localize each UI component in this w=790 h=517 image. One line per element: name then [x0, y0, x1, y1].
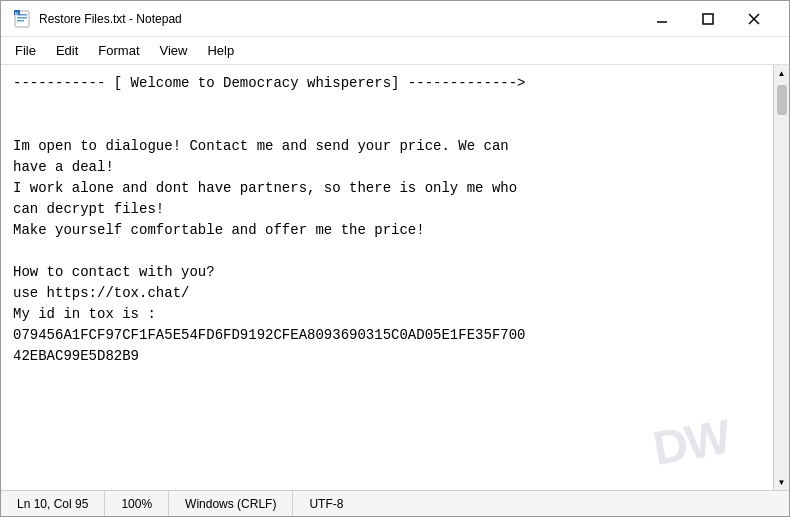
scrollbar-thumb[interactable] [777, 85, 787, 115]
close-button[interactable] [731, 3, 777, 35]
menu-edit[interactable]: Edit [46, 39, 88, 62]
text-editor[interactable]: ----------- [ Welcome to Democracy whisp… [1, 65, 773, 490]
title-bar: N Restore Files.txt - Notepad [1, 1, 789, 37]
menu-view[interactable]: View [150, 39, 198, 62]
menu-file[interactable]: File [5, 39, 46, 62]
window-title: Restore Files.txt - Notepad [39, 12, 639, 26]
app-icon: N [13, 10, 31, 28]
menu-bar: File Edit Format View Help [1, 37, 789, 65]
content-area: ----------- [ Welcome to Democracy whisp… [1, 65, 789, 490]
status-encoding: UTF-8 [293, 491, 359, 516]
status-line-col: Ln 10, Col 95 [9, 491, 105, 516]
menu-help[interactable]: Help [197, 39, 244, 62]
svg-rect-7 [703, 14, 713, 24]
maximize-button[interactable] [685, 3, 731, 35]
svg-text:N: N [15, 10, 18, 15]
scroll-down-button[interactable]: ▼ [774, 474, 790, 490]
menu-format[interactable]: Format [88, 39, 149, 62]
svg-rect-2 [17, 17, 27, 19]
status-zoom: 100% [105, 491, 169, 516]
minimize-button[interactable] [639, 3, 685, 35]
status-bar: Ln 10, Col 95 100% Windows (CRLF) UTF-8 [1, 490, 789, 516]
svg-rect-3 [17, 20, 24, 22]
window-controls [639, 3, 777, 35]
scroll-up-button[interactable]: ▲ [774, 65, 790, 81]
notepad-window: N Restore Files.txt - Notepad File Edit … [0, 0, 790, 517]
scrollbar: ▲ ▼ [773, 65, 789, 490]
status-line-ending: Windows (CRLF) [169, 491, 293, 516]
